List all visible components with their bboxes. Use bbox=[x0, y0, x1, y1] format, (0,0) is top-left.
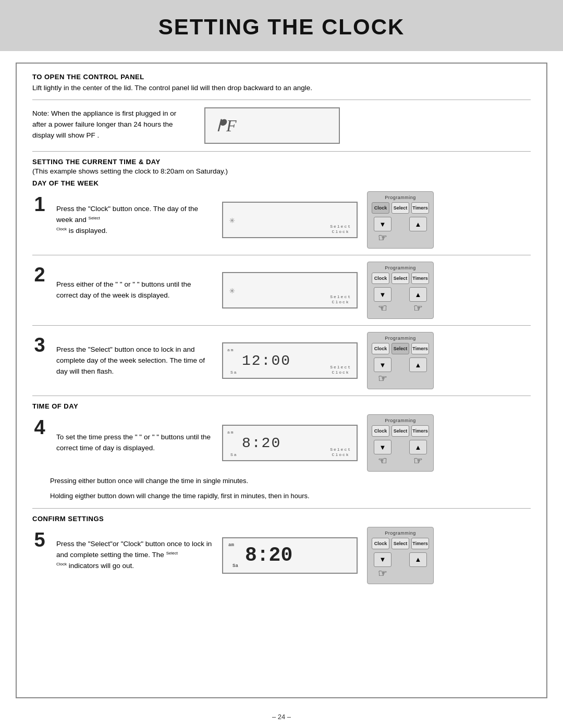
up-arrow-1[interactable]: ▲ bbox=[409, 217, 427, 231]
timers-btn-2[interactable]: Timers bbox=[411, 273, 429, 284]
intro-subheading: TO OPEN THE CONTROL PANEL bbox=[32, 73, 531, 81]
step-5-lcd: am 8:20 Sa bbox=[222, 537, 358, 574]
prog-label-4: Programming bbox=[385, 418, 416, 423]
step-2-lcd: ✳ SelectClock bbox=[222, 272, 358, 309]
select-clock-label-2: SelectClock bbox=[330, 294, 351, 304]
divider-4 bbox=[32, 325, 531, 326]
step-3-row: 3 Press the "Select" button once to lock… bbox=[32, 332, 531, 389]
prog-buttons-2: Clock Select Timers bbox=[372, 273, 429, 284]
step-2-number: 2 bbox=[32, 262, 47, 286]
sa-label-4: Sa bbox=[230, 452, 238, 457]
sun-icon-2: ✳ bbox=[229, 285, 236, 296]
step-5-display-wrapper: am 8:20 Sa bbox=[222, 537, 358, 574]
sa-label-3: Sa bbox=[230, 370, 238, 375]
day-of-week-heading: DAY OF THE WEEK bbox=[32, 179, 531, 187]
hand-icon-4a: ☜ bbox=[378, 454, 387, 467]
step-4-lcd: am 8:20 Sa SelectClock bbox=[222, 425, 358, 461]
pf-display: ᖰF bbox=[204, 107, 340, 144]
step-4-time: 8:20 bbox=[242, 435, 281, 451]
select-clock-label-4: SelectClock bbox=[330, 447, 351, 457]
step-3-prog-panel: Programming Clock Select Timers ▼ ☞ bbox=[367, 332, 434, 389]
timers-btn-4[interactable]: Timers bbox=[411, 425, 429, 437]
select-btn-5[interactable]: Select bbox=[391, 538, 409, 549]
step-4-prog-panel: Programming Clock Select Timers ▼ ☜ bbox=[367, 414, 434, 472]
hand-icon-1a: ☞ bbox=[378, 231, 387, 244]
step-3-lcd: am 12:00 Sa SelectClock bbox=[222, 342, 358, 379]
clock-btn-5[interactable]: Clock bbox=[372, 538, 389, 549]
up-arrow-4[interactable]: ▲ bbox=[409, 440, 427, 454]
select-clock-label-1: SelectClock bbox=[330, 224, 351, 234]
down-arrow-4[interactable]: ▼ bbox=[374, 440, 391, 454]
prog-label-1: Programming bbox=[385, 195, 416, 200]
step-2-display-wrapper: ✳ SelectClock bbox=[222, 272, 358, 309]
step-3-text: Press the "Select" button once to lock i… bbox=[56, 344, 213, 377]
step-5-time: 8:20 bbox=[239, 544, 292, 566]
down-arrow-1[interactable]: ▼ bbox=[374, 217, 391, 231]
select-btn-2[interactable]: Select bbox=[391, 273, 409, 284]
up-arrow-3[interactable]: ▲ bbox=[409, 357, 427, 372]
pressing-note-2: Holding eigther button down will change … bbox=[50, 491, 531, 502]
step-1-text: Press the "Clock" button once. The day o… bbox=[56, 204, 213, 237]
hand-icon-2b: ☞ bbox=[413, 302, 423, 314]
timers-btn-5[interactable]: Timers bbox=[411, 538, 429, 549]
select-btn-4[interactable]: Select bbox=[391, 425, 409, 437]
down-arrow-5[interactable]: ▼ bbox=[374, 552, 391, 567]
prog-buttons-4: Clock Select Timers bbox=[372, 425, 429, 437]
prog-label-5: Programming bbox=[385, 530, 416, 536]
current-time-heading-section: SETTING THE CURRENT TIME & DAY (This exa… bbox=[32, 158, 531, 175]
step-4-number: 4 bbox=[32, 414, 47, 439]
hand-icon-4b: ☞ bbox=[413, 454, 423, 467]
up-arrow-5[interactable]: ▲ bbox=[409, 552, 427, 567]
step-3-display-wrapper: am 12:00 Sa SelectClock bbox=[222, 342, 358, 379]
page-title-bar: SETTING THE CLOCK bbox=[0, 0, 563, 51]
clock-btn-2[interactable]: Clock bbox=[372, 273, 389, 284]
step-2-text: Press either of the " " or " " buttons u… bbox=[56, 279, 213, 301]
prog-buttons-3: Clock Select Timers bbox=[372, 343, 429, 354]
am-label-5: am bbox=[228, 542, 234, 548]
step-4-row: 4 To set the time press the " " or " " b… bbox=[32, 414, 531, 472]
select-btn-3[interactable]: Select bbox=[391, 343, 409, 354]
am-label-4: am bbox=[227, 430, 235, 435]
hand-icon-5a: ☞ bbox=[378, 567, 387, 579]
step-3-time: 12:00 bbox=[242, 353, 291, 369]
select-btn-1[interactable]: Select bbox=[391, 202, 409, 214]
step-2-content: Press either of the " " or " " buttons u… bbox=[56, 262, 531, 319]
am-label-3: am bbox=[227, 348, 235, 352]
step-1-prog-panel: Programming Clock Select Timers ▼ ☞ bbox=[367, 191, 434, 249]
timers-btn-1[interactable]: Timers bbox=[411, 202, 429, 214]
page-title: SETTING THE CLOCK bbox=[0, 15, 563, 40]
up-arrow-2[interactable]: ▲ bbox=[409, 287, 427, 302]
intro-section: TO OPEN THE CONTROL PANEL Lift lightly i… bbox=[32, 73, 531, 93]
step-5-content: Press the "Select"or "Clock" button once… bbox=[56, 527, 531, 584]
step-2-row: 2 Press either of the " " or " " buttons… bbox=[32, 262, 531, 319]
current-time-heading: SETTING THE CURRENT TIME & DAY bbox=[32, 158, 531, 166]
prog-label-3: Programming bbox=[385, 336, 416, 341]
pf-section: Note: When the appliance is first plugge… bbox=[32, 107, 531, 144]
confirm-section: CONFIRM SETTINGS 5 Press the "Select"or … bbox=[32, 515, 531, 584]
prog-buttons-5: Clock Select Timers bbox=[372, 538, 429, 549]
intro-paragraph: Lift lightly in the center of the lid. T… bbox=[32, 83, 531, 93]
prog-label-2: Programming bbox=[385, 265, 416, 270]
hand-icon-3a: ☞ bbox=[378, 372, 387, 385]
down-arrow-2[interactable]: ▼ bbox=[374, 287, 391, 302]
prog-arrows-2: ▼ ☜ ▲ ☞ bbox=[372, 287, 429, 314]
divider-1 bbox=[32, 100, 531, 100]
step-3-number: 3 bbox=[32, 332, 47, 356]
clock-btn-3[interactable]: Clock bbox=[372, 343, 389, 354]
step-1-lcd: ✳ SelectClock bbox=[222, 202, 358, 238]
step-3-content: Press the "Select" button once to lock i… bbox=[56, 332, 531, 389]
step-5-text: Press the "Select"or "Clock" button once… bbox=[56, 539, 213, 572]
main-content: TO OPEN THE CONTROL PANEL Lift lightly i… bbox=[16, 63, 547, 698]
pf-note: Note: When the appliance is first plugge… bbox=[32, 108, 189, 141]
clock-btn-1[interactable]: Clock bbox=[372, 202, 389, 214]
sun-icon-1: ✳ bbox=[229, 214, 236, 226]
prog-arrows-3: ▼ ☞ ▲ bbox=[372, 357, 429, 385]
clock-btn-4[interactable]: Clock bbox=[372, 425, 389, 437]
down-arrow-3[interactable]: ▼ bbox=[374, 357, 391, 372]
page-number: – 24 – bbox=[0, 713, 563, 721]
timers-btn-3[interactable]: Timers bbox=[411, 343, 429, 354]
select-clock-label-3: SelectClock bbox=[330, 365, 351, 375]
confirm-heading: CONFIRM SETTINGS bbox=[32, 515, 531, 523]
step-1-number: 1 bbox=[32, 191, 47, 216]
sa-label-5: Sa bbox=[232, 563, 238, 569]
